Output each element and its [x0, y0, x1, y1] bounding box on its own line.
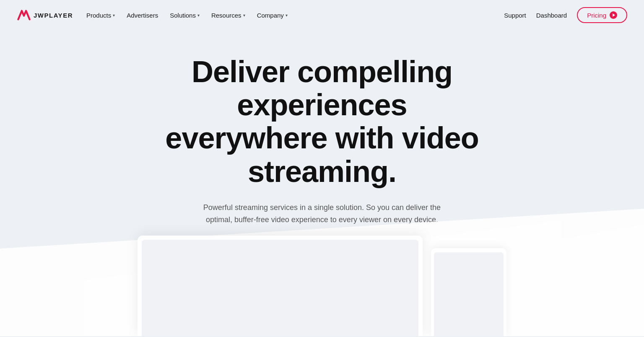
- logo-link[interactable]: JWPLAYER: [17, 8, 73, 22]
- nav-item-resources[interactable]: Resources ▾: [211, 12, 245, 19]
- nav-item-advertisers[interactable]: Advertisers: [127, 12, 158, 19]
- chevron-down-icon: ▾: [113, 13, 115, 18]
- chevron-down-icon: ▾: [197, 13, 200, 18]
- nav-left: JWPLAYER Products ▾ Advertisers Solution…: [17, 8, 288, 22]
- navbar: JWPLAYER Products ▾ Advertisers Solution…: [0, 0, 644, 30]
- support-link[interactable]: Support: [504, 12, 526, 19]
- logo-icon: [17, 8, 31, 22]
- play-icon: [610, 11, 617, 19]
- nav-item-products[interactable]: Products ▾: [86, 12, 115, 19]
- laptop-screen: [142, 240, 418, 336]
- laptop-mockup: [138, 236, 423, 336]
- brand-name: JWPLAYER: [34, 12, 73, 19]
- pricing-button[interactable]: Pricing: [577, 7, 627, 23]
- chevron-down-icon: ▾: [286, 13, 288, 18]
- hero-title: Deliver compelling experiences everywher…: [154, 55, 490, 188]
- tablet-mockup: [431, 248, 506, 336]
- hero-section: Deliver compelling experiences everywher…: [0, 30, 644, 336]
- device-mockups: [100, 227, 544, 336]
- dashboard-link[interactable]: Dashboard: [536, 12, 567, 19]
- nav-item-solutions[interactable]: Solutions ▾: [170, 12, 200, 19]
- nav-right: Support Dashboard Pricing: [504, 7, 627, 23]
- nav-item-company[interactable]: Company ▾: [257, 12, 288, 19]
- nav-links: Products ▾ Advertisers Solutions ▾ Resou…: [86, 12, 288, 19]
- chevron-down-icon: ▾: [243, 13, 245, 18]
- tablet-screen: [434, 252, 504, 336]
